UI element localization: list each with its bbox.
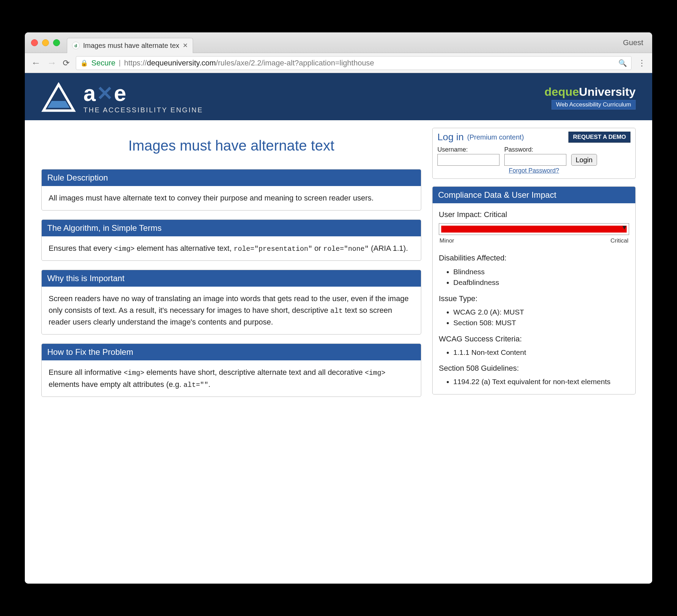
list-item: Blindness <box>453 266 629 277</box>
back-button[interactable]: ← <box>31 58 41 69</box>
why-important-panel: Why this is Important Screen readers hav… <box>41 270 421 335</box>
search-in-page-icon[interactable]: 🔍 <box>618 59 627 67</box>
browser-tab[interactable]: d Images must have alternate tex ✕ <box>67 38 193 53</box>
disabilities-label: Disabilities Affected: <box>439 249 629 264</box>
hero-banner: a✕e THE ACCESSIBILITY ENGINE dequeUniver… <box>25 73 652 120</box>
user-impact-row: User Impact: Critical <box>439 209 629 220</box>
window-maximize-icon[interactable] <box>53 39 60 46</box>
menu-icon[interactable]: ⋮ <box>638 58 646 68</box>
login-title: Log in <box>437 132 464 143</box>
list-item: Deafblindness <box>453 277 629 288</box>
impact-marker-icon: ▼ <box>621 223 627 233</box>
login-button[interactable]: Login <box>571 154 597 166</box>
login-panel: Log in (Premium content) REQUEST A DEMO … <box>432 128 636 179</box>
secure-label: Secure <box>91 59 115 68</box>
url-text: https://dequeuniversity.com/rules/axe/2.… <box>124 59 374 68</box>
url-separator: | <box>119 59 121 67</box>
address-bar[interactable]: 🔒 Secure | https://dequeuniversity.com/r… <box>76 56 631 70</box>
panel-body: All images must have alternate text to c… <box>42 186 421 210</box>
s508-label: Section 508 Guidelines: <box>439 359 629 374</box>
axe-tagline: THE ACCESSIBILITY ENGINE <box>83 106 203 114</box>
guest-label[interactable]: Guest <box>623 38 646 47</box>
issue-type-label: Issue Type: <box>439 289 629 305</box>
forgot-password-link[interactable]: Forgot Password? <box>509 167 559 174</box>
brand-badge: Web Accessibility Curriculum <box>552 100 636 110</box>
page-content: a✕e THE ACCESSIBILITY ENGINE dequeUniver… <box>25 73 652 584</box>
request-demo-button[interactable]: REQUEST A DEMO <box>568 132 630 143</box>
impact-scale: Minor Critical <box>439 236 629 249</box>
browser-window: d Images must have alternate tex ✕ Guest… <box>25 32 652 584</box>
impact-bar-fill <box>441 226 627 233</box>
password-label: Password: <box>504 146 566 153</box>
panel-body: Ensure all informative <img> elements ha… <box>42 360 421 396</box>
reload-button[interactable]: ⟳ <box>63 58 70 68</box>
page-title: Images must have alternate text <box>41 128 421 169</box>
deque-university-brand[interactable]: dequeUniversity Web Accessibility Curric… <box>544 85 636 110</box>
panel-header: Why this is Important <box>42 270 421 287</box>
username-input[interactable] <box>437 154 499 166</box>
panel-body: Screen readers have no way of translatin… <box>42 287 421 334</box>
username-label: Username: <box>437 146 499 153</box>
password-input[interactable] <box>504 154 566 166</box>
list-item: 1194.22 (a) Text equivalent for non-text… <box>453 376 629 387</box>
wcag-list: 1.1.1 Non-text Content <box>439 345 629 359</box>
tab-close-icon[interactable]: ✕ <box>183 42 188 49</box>
traffic-lights <box>31 39 60 46</box>
panel-header: How to Fix the Problem <box>42 344 421 360</box>
panel-header: Compliance Data & User Impact <box>433 187 635 203</box>
toolbar: ← → ⟳ 🔒 Secure | https://dequeuniversity… <box>25 53 652 73</box>
compliance-panel: Compliance Data & User Impact User Impac… <box>432 186 636 394</box>
axe-wordmark: a✕e <box>83 81 203 106</box>
axe-logo[interactable]: a✕e THE ACCESSIBILITY ENGINE <box>41 81 203 114</box>
rule-description-panel: Rule Description All images must have al… <box>41 169 421 211</box>
s508-list: 1194.22 (a) Text equivalent for non-text… <box>439 374 629 389</box>
login-subtitle: (Premium content) <box>467 133 524 141</box>
panel-header: The Algorithm, in Simple Terms <box>42 220 421 236</box>
panel-body: Ensures that every <img> element has alt… <box>42 236 421 260</box>
lock-icon: 🔒 <box>80 59 88 67</box>
how-to-fix-panel: How to Fix the Problem Ensure all inform… <box>41 343 421 397</box>
titlebar: d Images must have alternate tex ✕ Guest <box>25 32 652 53</box>
issue-type-list: WCAG 2.0 (A): MUSTSection 508: MUST <box>439 305 629 330</box>
list-item: Section 508: MUST <box>453 317 629 328</box>
impact-meter: ▼ <box>439 223 629 235</box>
favicon-icon: d <box>72 42 80 49</box>
panel-header: Rule Description <box>42 170 421 186</box>
disabilities-list: BlindnessDeafblindness <box>439 264 629 289</box>
triangle-icon <box>41 82 76 113</box>
wcag-label: WCAG Success Criteria: <box>439 330 629 345</box>
forward-button[interactable]: → <box>47 58 57 69</box>
list-item: 1.1.1 Non-text Content <box>453 347 629 358</box>
list-item: WCAG 2.0 (A): MUST <box>453 307 629 318</box>
window-close-icon[interactable] <box>31 39 38 46</box>
algorithm-panel: The Algorithm, in Simple Terms Ensures t… <box>41 219 421 261</box>
tab-title: Images must have alternate tex <box>83 42 179 50</box>
window-minimize-icon[interactable] <box>42 39 49 46</box>
